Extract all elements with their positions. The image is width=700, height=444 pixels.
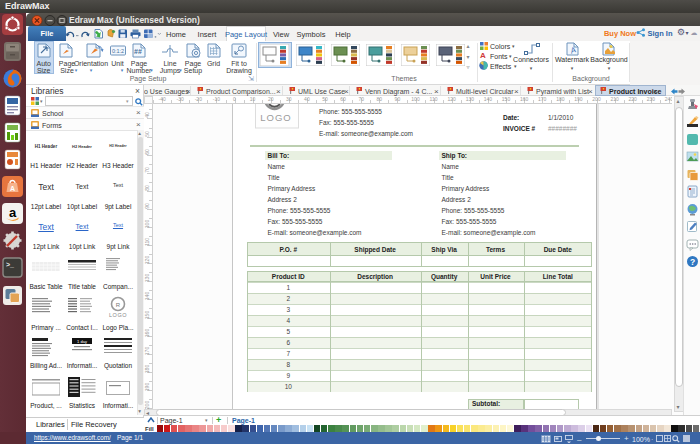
svg-text:LOGO: LOGO xyxy=(109,312,127,318)
svg-text:>_: >_ xyxy=(6,261,14,268)
svg-text:1 day: 1 day xyxy=(77,339,87,344)
svg-text:?: ? xyxy=(690,257,695,267)
svg-text:R: R xyxy=(116,302,121,308)
svg-text:0:1:2: 0:1:2 xyxy=(112,48,124,54)
svg-text:a: a xyxy=(9,205,17,220)
svg-text:A: A xyxy=(10,185,15,192)
svg-text:##: ## xyxy=(134,48,142,55)
svg-text:LOGO: LOGO xyxy=(260,112,291,123)
